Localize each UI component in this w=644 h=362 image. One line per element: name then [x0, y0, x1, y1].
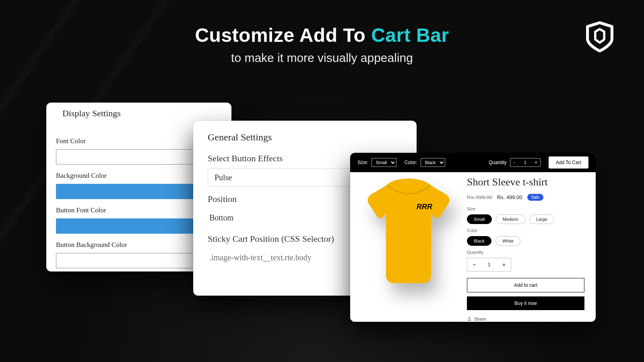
sticky-color-select[interactable]: Black	[421, 158, 445, 167]
sale-badge: Sale	[527, 194, 543, 201]
product-title: Short Sleeve t-shirt	[467, 176, 584, 188]
color-option-black[interactable]: Black	[467, 236, 491, 246]
add-to-cart-button[interactable]: Add to cart	[467, 278, 584, 292]
qty-value: 1	[481, 262, 497, 267]
sticky-qty-plus[interactable]: +	[532, 158, 540, 167]
size-option-label: Size	[467, 206, 584, 211]
general-settings-title: General Settings	[208, 132, 402, 143]
shield-logo-icon	[584, 20, 616, 52]
svg-text:RRR: RRR	[417, 203, 432, 211]
sticky-size-label: Size:	[357, 160, 368, 165]
color-option-white[interactable]: White	[495, 236, 520, 246]
share-label: Share	[474, 317, 486, 321]
quantity-stepper[interactable]: − 1 +	[467, 258, 511, 272]
quantity-option-label: Quantity	[467, 250, 584, 255]
headline-accent: Cart Bar	[371, 25, 449, 46]
sticky-qty-value: 1	[518, 160, 532, 165]
tshirt-icon: RRR	[360, 178, 457, 290]
size-options: Small Medium Large	[467, 214, 584, 224]
price-sale: Rs. 499.00	[497, 194, 522, 200]
sticky-quantity-stepper[interactable]: - 1 +	[510, 158, 541, 167]
color-option-label: Color	[467, 228, 584, 233]
size-option-small[interactable]: Small	[467, 214, 492, 224]
buy-now-button[interactable]: Buy it now	[467, 296, 584, 310]
headline-part1: Customize Add To	[195, 25, 371, 46]
size-option-medium[interactable]: Medium	[496, 214, 525, 224]
brand-logo	[584, 20, 616, 52]
sticky-add-to-cart-button[interactable]: Add To Cart	[549, 156, 588, 169]
sticky-color-label: Color:	[405, 160, 417, 165]
product-image: RRR	[350, 172, 467, 322]
sticky-size-select[interactable]: Small	[372, 158, 396, 167]
price-original: Rs. 699.00	[467, 194, 492, 200]
sticky-qty-minus[interactable]: -	[510, 158, 518, 167]
qty-minus-button[interactable]: −	[467, 258, 481, 271]
product-preview-panel: Size: Small Color: Black Quantity - 1 + …	[350, 153, 596, 322]
share-icon	[467, 317, 472, 321]
headline-subtitle: to make it more visually appealing	[0, 51, 644, 65]
share-link[interactable]: Share	[467, 317, 584, 321]
size-option-large[interactable]: Large	[529, 214, 554, 224]
color-options: Black White	[467, 236, 584, 246]
sticky-quantity-label: Quantity	[489, 160, 507, 165]
page-headline: Customize Add To Cart Bar to make it mor…	[0, 24, 644, 65]
qty-plus-button[interactable]: +	[497, 258, 511, 271]
sticky-add-to-cart-bar: Size: Small Color: Black Quantity - 1 + …	[350, 153, 596, 172]
